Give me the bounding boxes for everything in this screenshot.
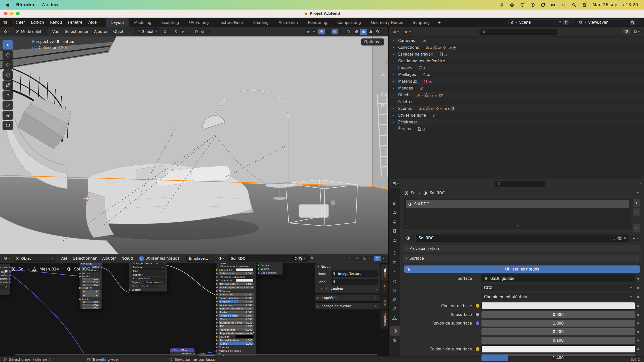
outliner-row[interactable]: ▸Éclairages xyxy=(389,119,644,125)
topbar-menu-aide[interactable]: Aide xyxy=(86,19,99,26)
viewport-3d[interactable]: Mode objet VueSélectionnerAjouterObjet G… xyxy=(0,27,388,254)
bsdf-row[interactable]: Rugosité de vernis0.030 xyxy=(217,321,256,324)
viewport-menu-sélectionner[interactable]: Sélectionner xyxy=(62,28,91,35)
node-snap-controls[interactable] xyxy=(354,256,373,261)
gizmos-toggle[interactable] xyxy=(318,29,330,34)
breadcrumb-material[interactable]: Sol RDC xyxy=(430,191,445,195)
unlink-icon[interactable] xyxy=(303,257,306,260)
expand-arrow-icon[interactable]: ▸ xyxy=(393,86,396,90)
scene-render[interactable] xyxy=(0,36,388,254)
slot-specials-button[interactable] xyxy=(632,224,640,232)
properties-tab-objbr[interactable] xyxy=(389,267,400,276)
properties-tab-modifier[interactable] xyxy=(389,276,400,286)
unlink-icon[interactable] xyxy=(623,237,627,240)
properties-tab-texture[interactable] xyxy=(389,336,400,345)
viewport-menu-objet[interactable]: Objet xyxy=(111,28,126,35)
node-principled-bsdf[interactable]: GGX⌄Cheminement aléatoire⌄Couleur de b..… xyxy=(216,263,256,356)
expand-arrow-icon[interactable]: ▸ xyxy=(393,100,396,103)
topbar-menu-rendu[interactable]: Rendu xyxy=(48,19,65,26)
expand-arrow-icon[interactable]: ▸ xyxy=(393,107,396,110)
properties-search-input[interactable] xyxy=(495,181,545,187)
viewport-menu-vue[interactable]: Vue xyxy=(50,28,62,35)
sidebar-tab-noeud[interactable]: Nœud xyxy=(380,264,388,281)
material-browse-button[interactable] xyxy=(404,235,415,241)
expand-arrow-icon[interactable]: ▸ xyxy=(393,73,396,76)
workspace-tab-sculpting[interactable]: Sculpting xyxy=(156,18,184,27)
texture-mapping-panel-collapsed[interactable]: ▸ Placage de texture xyxy=(315,303,380,309)
outliner-row-label[interactable]: Images xyxy=(398,66,412,70)
copy-datablock-icon[interactable] xyxy=(617,236,622,240)
outliner-row[interactable]: ▸Gestionnaires de fenêtre xyxy=(389,58,644,64)
animate-dot[interactable]: ● xyxy=(636,286,640,289)
outliner-row-label[interactable]: Objets xyxy=(398,93,410,97)
bsdf-row[interactable]: Alpha1.000 xyxy=(217,342,256,345)
bsdf-row[interactable]: Rotation anisotrope0.000 xyxy=(217,307,256,310)
filter-button[interactable] xyxy=(623,29,630,34)
visibility-dropdown[interactable] xyxy=(305,29,317,35)
falloff-icon[interactable] xyxy=(199,29,206,34)
new-scene-button[interactable] xyxy=(563,20,569,25)
tool-transform-button[interactable] xyxy=(3,90,13,100)
control-center-icon[interactable] xyxy=(582,3,586,7)
grip-icon[interactable] xyxy=(635,247,638,250)
outliner-row-label[interactable]: Palettes xyxy=(398,100,413,104)
mode-dropdown[interactable]: Mode objet xyxy=(14,28,48,35)
outliner-row-label[interactable]: Styles de ligne xyxy=(398,113,426,118)
breadcrumb-object[interactable]: Sol xyxy=(411,191,417,195)
xray-toggle[interactable] xyxy=(345,29,352,34)
close-icon[interactable] xyxy=(570,21,573,24)
slot-dropdown[interactable]: Emplace... xyxy=(186,255,215,262)
gizmo-icon[interactable] xyxy=(318,29,325,34)
proportional-edit-icon[interactable] xyxy=(193,29,199,34)
expand-arrow-icon[interactable]: ▸ xyxy=(393,66,396,69)
shader-menu-ajouter[interactable]: Ajouter xyxy=(100,255,118,262)
tool-boxselect-button[interactable] xyxy=(3,40,13,50)
expand-arrow-icon[interactable]: ▸ xyxy=(393,93,396,97)
preview-panel-collapsed[interactable]: ▸ Prévisualisation xyxy=(403,245,641,252)
outliner-row[interactable]: ▸Matériaux15 xyxy=(389,78,644,85)
color-swatch[interactable] xyxy=(481,345,635,353)
expand-arrow-icon[interactable]: ▸ xyxy=(393,46,396,49)
tool-annotate-button[interactable] xyxy=(3,101,13,110)
outliner-row[interactable]: ▸Images8 xyxy=(389,64,644,71)
expand-arrow-icon[interactable]: ▸ xyxy=(393,53,396,56)
tool-add-cube-button[interactable] xyxy=(3,121,13,130)
solid-shading-icon[interactable] xyxy=(360,29,367,35)
horizontal-scrollbar[interactable] xyxy=(15,354,377,355)
viewport-menu-ajouter[interactable]: Ajouter xyxy=(92,28,110,35)
outliner-row-label[interactable]: Espaces de travail xyxy=(398,52,433,57)
bsdf-row[interactable]: IOR1.450 xyxy=(217,324,256,328)
bsdf-row[interactable]: Lustre0.000 xyxy=(217,310,256,314)
outliner-row[interactable]: ▸Collections442 xyxy=(389,44,644,51)
fake-user-icon[interactable] xyxy=(612,236,616,240)
grip-icon[interactable] xyxy=(374,265,378,268)
workspace-tab-uv-editing[interactable]: UV Editing xyxy=(184,18,214,27)
fake-user-icon[interactable] xyxy=(295,257,298,260)
animate-dot[interactable]: ● xyxy=(636,304,640,307)
workspace-tab-compositing[interactable]: Compositing xyxy=(332,18,366,27)
minimize-window-button[interactable] xyxy=(10,12,14,15)
magnet-icon[interactable] xyxy=(354,256,361,261)
bsdf-row[interactable]: Rugosité de transmission0.000 xyxy=(217,331,256,335)
outliner-row[interactable]: ▸Écrans11 xyxy=(389,125,644,132)
viewport-scene[interactable]: Perspective Utilisateur (1) Collection |… xyxy=(0,36,388,254)
snap-target-icon[interactable] xyxy=(180,29,186,34)
bsdf-row[interactable]: Couleur de b... xyxy=(217,268,256,272)
topbar-menu-fichier[interactable]: Fichier xyxy=(10,19,27,26)
value-slider[interactable]: 1.000 xyxy=(481,320,635,327)
zoom-window-button[interactable] xyxy=(16,12,20,15)
properties-tab-data[interactable] xyxy=(389,313,400,323)
editor-type-button[interactable] xyxy=(2,29,12,34)
animate-dot[interactable]: ● xyxy=(636,348,640,350)
orientation-dropdown[interactable]: Global xyxy=(134,28,160,35)
node-image-texture[interactable]: file_b75e7cf503...Linéaire⌄Plat⌄Répéter⌄… xyxy=(129,263,167,292)
expand-arrow-icon[interactable]: ▸ xyxy=(393,80,396,83)
value-slider[interactable]: 0.000 xyxy=(481,311,635,318)
animate-dot[interactable]: ● xyxy=(636,339,640,342)
snap-target-icon[interactable] xyxy=(361,256,367,261)
outliner-row-label[interactable]: Mondes xyxy=(398,86,413,90)
bsdf-row[interactable]: IOR subsurface1.400 xyxy=(217,282,256,286)
shading-mode-buttons[interactable] xyxy=(353,29,386,35)
close-window-button[interactable] xyxy=(4,12,8,15)
properties-tab-box[interactable] xyxy=(389,258,400,267)
